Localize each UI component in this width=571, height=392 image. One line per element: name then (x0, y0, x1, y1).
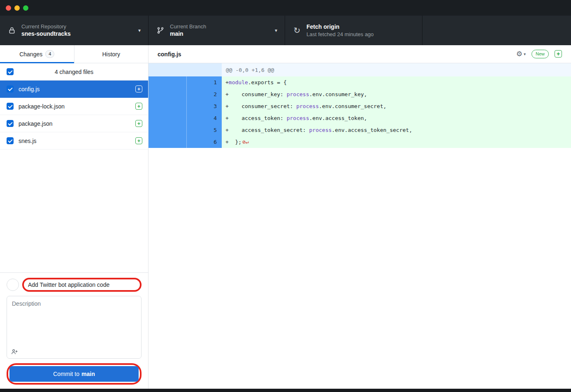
sync-icon: ↻ (292, 26, 302, 35)
minimize-button[interactable] (14, 5, 20, 11)
fetch-origin-button[interactable]: ↻ Fetch origin Last fetched 24 minutes a… (285, 16, 422, 45)
new-file-badge: New (532, 50, 549, 58)
file-name: package-lock.json (19, 103, 130, 110)
tab-history[interactable]: History (74, 45, 149, 63)
sidebar: Changes 4 History 4 changed files config… (0, 45, 149, 389)
file-checkbox[interactable] (7, 120, 14, 127)
diff-code-line: + access_token_secret: process.env.acces… (222, 124, 571, 136)
diff-gutter-old[interactable] (149, 88, 186, 100)
diff-code-line: + };⊘↵ (222, 136, 571, 148)
diff-gutter-new[interactable]: 4 (186, 112, 222, 124)
select-all-checkbox[interactable] (7, 68, 14, 75)
diff-gutter-new[interactable]: 2 (186, 88, 222, 100)
toolbar: Current Repository snes-soundtracks ▾ Cu… (0, 16, 571, 45)
diff-gutter-new[interactable]: 3 (186, 100, 222, 112)
lock-icon (7, 27, 16, 34)
diff-code-line: + access_token: process.env.access_token… (222, 112, 571, 124)
current-branch-dropdown[interactable]: Current Branch main ▾ (149, 16, 285, 45)
diff-code-line: +module.exports = { (222, 76, 571, 88)
add-coauthor-icon[interactable] (11, 348, 18, 355)
diff-code-line: + consumer_key: process.env.consumer_key… (222, 88, 571, 100)
commit-description-input[interactable] (7, 296, 141, 345)
file-name: snes.js (19, 138, 130, 144)
file-row-config.js[interactable]: config.js (0, 81, 148, 98)
file-row-package-lock.json[interactable]: package-lock.json (0, 98, 148, 115)
commit-summary-row (7, 278, 142, 292)
commit-button-prefix: Commit to (53, 371, 79, 377)
diff-code-line: + consumer_secret: process.env.consumer_… (222, 100, 571, 112)
fetch-origin-title: Fetch origin (306, 23, 374, 31)
toolbar-spacer (422, 16, 571, 45)
diff-content: @@ -0,0 +1,6 @@ 1+module.exports = {2+ c… (149, 63, 571, 148)
changes-count-badge: 4 (45, 50, 54, 58)
chevron-down-icon: ▾ (524, 52, 526, 56)
commit-summary-input[interactable] (27, 281, 137, 289)
diff-line-2: 2+ consumer_key: process.env.consumer_ke… (149, 88, 571, 100)
file-list: config.jspackage-lock.jsonpackage.jsonsn… (0, 81, 148, 150)
diff-gutter-new[interactable]: 6 (186, 136, 222, 148)
changed-files-header: 4 changed files (0, 63, 148, 81)
diff-gutter-new[interactable]: 1 (186, 76, 222, 88)
include-file-plus-icon[interactable] (135, 103, 142, 110)
tab-changes[interactable]: Changes 4 (0, 45, 74, 63)
current-repository-dropdown[interactable]: Current Repository snes-soundtracks ▾ (0, 16, 149, 45)
diff-gutter-old[interactable] (149, 124, 186, 136)
gear-icon: ⚙ (516, 51, 522, 58)
commit-description-box (7, 296, 142, 359)
file-name: config.js (19, 86, 130, 92)
tab-changes-label: Changes (19, 51, 42, 58)
current-repository-value: snes-soundtracks (21, 30, 71, 38)
main-content: Changes 4 History 4 changed files config… (0, 45, 571, 389)
diff-lines: 1+module.exports = {2+ consumer_key: pro… (149, 76, 571, 148)
hunk-header-row: @@ -0,0 +1,6 @@ (149, 63, 571, 76)
file-checkbox[interactable] (7, 85, 14, 92)
git-branch-icon (156, 27, 165, 34)
fetch-origin-subtitle: Last fetched 24 minutes ago (306, 31, 374, 38)
include-file-plus-icon[interactable] (135, 85, 142, 92)
current-repository-label: Current Repository (21, 23, 71, 30)
diff-file-name: config.js (158, 51, 181, 58)
chevron-down-icon: ▾ (133, 28, 141, 33)
diff-panel: config.js ⚙ ▾ New @@ -0,0 +1,6 @@ 1+modu… (149, 45, 571, 389)
app-window: Current Repository snes-soundtracks ▾ Cu… (0, 0, 571, 392)
diff-header: config.js ⚙ ▾ New (149, 45, 571, 63)
file-checkbox[interactable] (7, 137, 14, 144)
chevron-down-icon: ▾ (270, 28, 277, 33)
sidebar-tabs: Changes 4 History (0, 45, 148, 63)
annotation-highlight-summary (22, 278, 142, 292)
file-name: package.json (19, 120, 130, 127)
add-plus-icon[interactable] (555, 50, 562, 58)
diff-options-button[interactable]: ⚙ ▾ (516, 51, 526, 58)
close-button[interactable] (6, 5, 11, 11)
hunk-header-text: @@ -0,0 +1,6 @@ (222, 63, 571, 76)
diff-gutter-new[interactable]: 5 (186, 124, 222, 136)
window-bottom-edge (0, 389, 571, 392)
file-checkbox[interactable] (7, 103, 14, 110)
diff-line-3: 3+ consumer_secret: process.env.consumer… (149, 100, 571, 112)
current-branch-value: main (170, 30, 206, 38)
include-file-plus-icon[interactable] (135, 120, 142, 127)
diff-line-4: 4+ access_token: process.env.access_toke… (149, 112, 571, 124)
diff-gutter-old[interactable] (149, 100, 186, 112)
titlebar (0, 0, 571, 16)
file-row-package.json[interactable]: package.json (0, 115, 148, 132)
changed-files-count: 4 changed files (14, 69, 135, 75)
commit-button[interactable]: Commit to main (9, 366, 139, 382)
include-file-plus-icon[interactable] (135, 137, 142, 144)
commit-button-branch: main (81, 371, 95, 377)
diff-gutter-old[interactable] (149, 136, 186, 148)
diff-line-6: 6+ };⊘↵ (149, 136, 571, 148)
file-row-snes.js[interactable]: snes.js (0, 132, 148, 150)
diff-line-5: 5+ access_token_secret: process.env.acce… (149, 124, 571, 136)
diff-gutter-old[interactable] (149, 112, 186, 124)
diff-gutter-old[interactable] (149, 76, 186, 88)
tab-history-label: History (102, 51, 120, 58)
annotation-highlight-commit: Commit to main (7, 363, 142, 385)
diff-line-1: 1+module.exports = { (149, 76, 571, 88)
hunk-gutter (149, 63, 222, 76)
commit-area: Commit to main (0, 272, 148, 389)
avatar (7, 279, 19, 291)
current-branch-label: Current Branch (170, 23, 206, 30)
diff-header-actions: ⚙ ▾ New (516, 50, 562, 58)
zoom-button[interactable] (23, 5, 28, 11)
